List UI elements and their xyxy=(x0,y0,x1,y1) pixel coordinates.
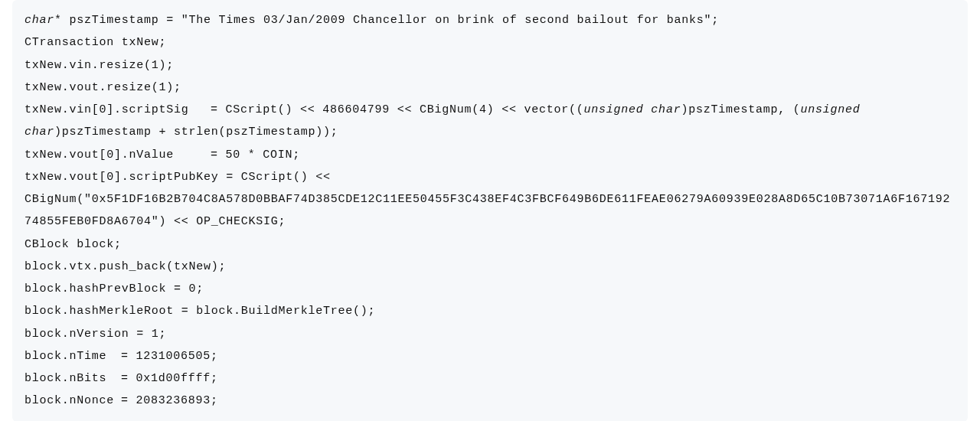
code-token: )pszTimestamp + strlen(pszTimestamp)); xyxy=(54,126,338,139)
code-lhs: txNew.vout[0].scriptPubKey xyxy=(24,171,226,184)
code-line: txNew.vout.resize(1); xyxy=(24,81,181,94)
code-token: * pszTimestamp = "The Times 03/Jan/2009 … xyxy=(54,14,719,27)
code-line: block.vtx.push_back(txNew); xyxy=(24,260,226,273)
code-token: char xyxy=(24,14,54,27)
code-block: char* pszTimestamp = "The Times 03/Jan/2… xyxy=(12,0,968,421)
code-token: = CScript() << 486604799 << CBigNum(4) <… xyxy=(211,103,584,116)
code-line: CBlock block; xyxy=(24,238,122,251)
code-line: block.hashMerkleRoot = block.BuildMerkle… xyxy=(24,305,375,318)
code-line: block.nVersion = 1; xyxy=(24,328,166,341)
code-lhs: txNew.vin[0].scriptSig xyxy=(24,99,211,121)
code-lhs: block.nNonce xyxy=(24,390,121,412)
code-token: )pszTimestamp, ( xyxy=(681,103,800,116)
code-lhs: txNew.vout[0].nValue xyxy=(24,144,211,166)
code-line: txNew.vin.resize(1); xyxy=(24,59,174,72)
code-rhs: = 50 * COIN; xyxy=(211,148,300,162)
code-lhs: block.nBits xyxy=(24,367,121,390)
code-lhs: block.nTime xyxy=(24,345,121,367)
code-line: CTransaction txNew; xyxy=(24,36,166,49)
code-line: block.hashPrevBlock = 0; xyxy=(24,282,204,295)
code-token: unsigned char xyxy=(584,103,681,116)
code-rhs: = 2083236893; xyxy=(121,394,218,407)
code-rhs: = 0x1d00ffff; xyxy=(121,372,218,385)
code-rhs: = 1231006505; xyxy=(121,350,218,363)
